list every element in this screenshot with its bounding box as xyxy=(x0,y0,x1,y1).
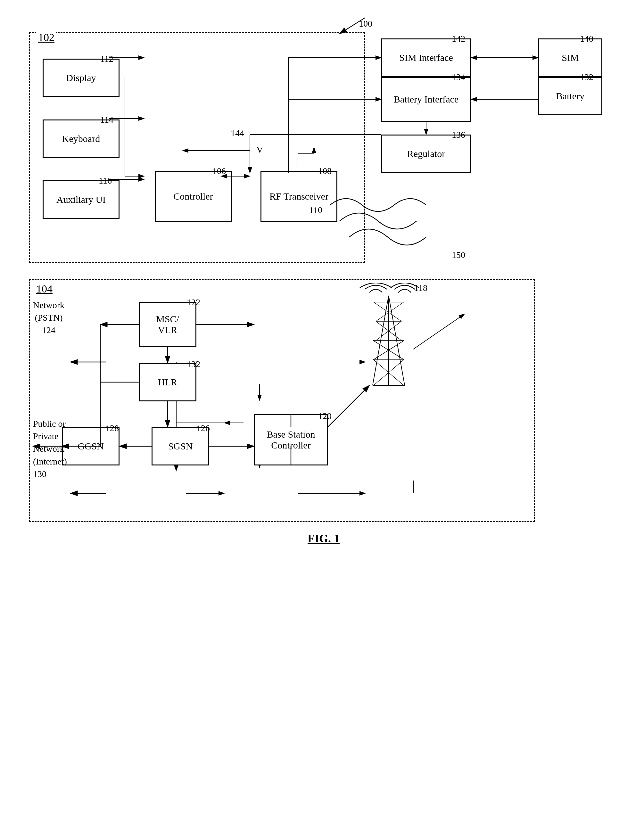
sim-interface-block: SIM Interface xyxy=(381,38,471,77)
ref-120: 120 xyxy=(318,411,331,421)
sim-block: SIM xyxy=(538,38,603,77)
svg-line-53 xyxy=(374,302,402,321)
battery-interface-block: Battery Interface xyxy=(381,77,471,122)
ref-128: 128 xyxy=(106,423,119,433)
ref-142: 142 xyxy=(452,34,465,44)
network-internet-label: Public or Private Network (Internet) 130 xyxy=(33,417,67,480)
svg-line-54 xyxy=(376,302,404,321)
ref-112: 112 xyxy=(100,54,113,64)
controller-block: Controller xyxy=(155,171,232,222)
ref-150: 150 xyxy=(452,250,465,260)
ref-144: 144 xyxy=(231,128,244,138)
ref-140: 140 xyxy=(580,34,593,44)
antenna-tower-svg xyxy=(347,283,430,392)
voltage-label: V xyxy=(256,144,263,155)
ref-hlr: 132 xyxy=(187,359,200,369)
ref-114: 114 xyxy=(100,115,113,125)
mobile-device-label: 102 xyxy=(36,31,57,44)
aux-ui-block: Auxiliary UI xyxy=(43,181,120,219)
rf-transceiver-block: RF Transceiver xyxy=(261,171,337,222)
ref-132-top: 132 xyxy=(580,72,593,82)
msc-vlr-block: MSC/ VLR xyxy=(139,302,196,347)
keyboard-block: Keyboard xyxy=(43,119,120,158)
ref-126: 126 xyxy=(196,423,210,433)
ref-106: 106 xyxy=(212,166,226,176)
display-block: Display xyxy=(43,59,120,97)
ref-110: 110 xyxy=(309,205,322,215)
network-box: 104 MSC/ VLR 122 HLR 132 GGSN 128 SGSN 1… xyxy=(29,279,535,522)
network-lines-svg xyxy=(30,280,534,521)
ref-116: 116 xyxy=(99,176,112,186)
network-label: 104 xyxy=(36,283,52,295)
fig-label: FIG. 1 xyxy=(19,532,628,545)
ref-118: 118 xyxy=(414,283,428,293)
base-station-block: Base Station Controller xyxy=(254,414,328,465)
ref-122: 122 xyxy=(187,297,200,308)
battery-block: Battery xyxy=(538,77,603,115)
ref-100: 100 xyxy=(359,18,372,29)
ref-134: 134 xyxy=(452,72,465,82)
ref-136: 136 xyxy=(452,130,465,140)
mobile-device-box: 102 Display 112 Keyboard 114 Auxiliary U… xyxy=(29,32,365,263)
ref-108: 108 xyxy=(318,166,331,176)
network-pstn-label: Network (PSTN) 124 xyxy=(33,299,64,337)
regulator-block: Regulator xyxy=(381,135,471,173)
